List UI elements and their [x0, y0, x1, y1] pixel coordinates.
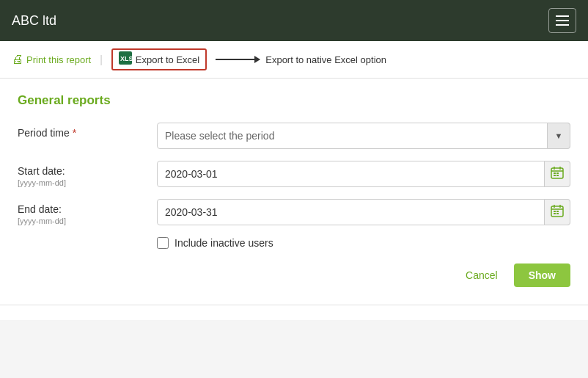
excel-icon: XLS — [119, 51, 132, 68]
app-title: ABC ltd — [12, 13, 56, 29]
end-date-input[interactable] — [157, 199, 570, 225]
show-button[interactable]: Show — [514, 263, 570, 287]
start-date-label: Start date: [yyyy-mm-dd] — [18, 161, 157, 187]
print-icon: 🖨 — [12, 53, 23, 66]
annotation-arrow — [216, 59, 260, 60]
required-indicator: * — [73, 127, 76, 139]
annotation: Export to native Excel option — [216, 54, 386, 65]
svg-text:XLS: XLS — [120, 55, 132, 62]
print-link[interactable]: 🖨 Print this report — [12, 53, 91, 66]
period-time-label: Period time * — [18, 123, 157, 139]
end-date-calendar-button[interactable] — [544, 199, 570, 225]
period-select-wrapper: Please select the period Q1 2020 Q2 2020… — [157, 123, 570, 149]
annotation-text: Export to native Excel option — [265, 54, 386, 65]
header: ABC ltd — [0, 0, 588, 41]
start-date-wrapper — [157, 161, 570, 187]
export-excel-button[interactable]: XLS Export to Excel — [111, 48, 207, 70]
svg-rect-14 — [554, 211, 556, 212]
svg-rect-8 — [554, 175, 556, 176]
start-date-hint: [yyyy-mm-dd] — [18, 178, 157, 187]
hamburger-line-2 — [556, 20, 569, 21]
end-date-row: End date: [yyyy-mm-dd] — [18, 199, 570, 225]
svg-rect-6 — [554, 172, 556, 174]
include-inactive-row: Include inactive users — [157, 237, 570, 249]
print-label: Print this report — [26, 54, 91, 65]
bottom-section — [0, 305, 588, 320]
include-inactive-checkbox[interactable] — [157, 237, 169, 249]
start-date-row: Start date: [yyyy-mm-dd] — [18, 161, 570, 187]
period-time-row: Period time * Please select the period Q… — [18, 123, 570, 149]
hamburger-line-3 — [556, 24, 569, 26]
end-date-label: End date: [yyyy-mm-dd] — [18, 199, 157, 225]
cancel-button[interactable]: Cancel — [458, 265, 505, 286]
hamburger-button[interactable] — [548, 8, 576, 33]
svg-rect-15 — [556, 211, 559, 212]
toolbar: 🖨 Print this report | XLS Export to Exce… — [0, 41, 588, 79]
period-select[interactable]: Please select the period Q1 2020 Q2 2020… — [157, 123, 570, 149]
action-row: Cancel Show — [18, 263, 570, 287]
svg-rect-16 — [554, 213, 556, 214]
end-date-hint: [yyyy-mm-dd] — [18, 217, 157, 225]
calendar-icon — [551, 166, 564, 182]
svg-rect-17 — [556, 213, 559, 214]
calendar-icon-end — [551, 204, 564, 220]
export-label: Export to Excel — [136, 54, 199, 65]
main-content: General reports Period time * Please sel… — [0, 79, 588, 305]
svg-rect-9 — [556, 175, 559, 176]
section-title: General reports — [18, 93, 570, 108]
svg-rect-7 — [556, 172, 559, 174]
start-date-calendar-button[interactable] — [544, 161, 570, 187]
end-date-wrapper — [157, 199, 570, 225]
include-inactive-label[interactable]: Include inactive users — [174, 237, 273, 249]
start-date-input[interactable] — [157, 161, 570, 187]
toolbar-separator: | — [100, 54, 103, 65]
hamburger-line-1 — [556, 15, 569, 17]
